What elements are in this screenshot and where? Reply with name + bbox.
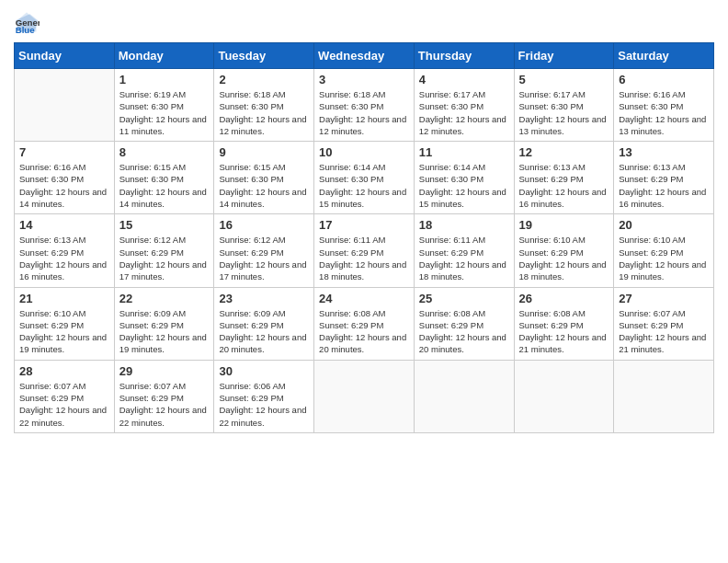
day-number: 30 xyxy=(219,364,309,378)
calendar-cell: 21Sunrise: 6:10 AMSunset: 6:29 PMDayligh… xyxy=(15,287,115,360)
calendar-cell: 22Sunrise: 6:09 AMSunset: 6:29 PMDayligh… xyxy=(114,287,214,360)
day-info: Sunrise: 6:16 AMSunset: 6:30 PMDaylight:… xyxy=(619,88,709,137)
calendar-cell: 1Sunrise: 6:19 AMSunset: 6:30 PMDaylight… xyxy=(114,69,214,142)
weekday-header: Monday xyxy=(114,43,214,69)
day-info: Sunrise: 6:08 AMSunset: 6:29 PMDaylight:… xyxy=(419,307,509,356)
day-number: 1 xyxy=(119,73,210,86)
day-info: Sunrise: 6:15 AMSunset: 6:30 PMDaylight:… xyxy=(119,161,210,210)
day-number: 27 xyxy=(619,292,709,305)
calendar-cell: 25Sunrise: 6:08 AMSunset: 6:29 PMDayligh… xyxy=(414,287,514,360)
svg-text:Blue: Blue xyxy=(16,25,35,35)
day-info: Sunrise: 6:07 AMSunset: 6:29 PMDaylight:… xyxy=(119,380,210,429)
weekday-header-row: SundayMondayTuesdayWednesdayThursdayFrid… xyxy=(15,43,714,69)
day-number: 21 xyxy=(19,292,109,305)
day-info: Sunrise: 6:10 AMSunset: 6:29 PMDaylight:… xyxy=(619,234,709,282)
day-info: Sunrise: 6:09 AMSunset: 6:29 PMDaylight:… xyxy=(219,307,309,356)
day-number: 29 xyxy=(119,364,210,378)
day-number: 11 xyxy=(419,145,509,159)
day-number: 14 xyxy=(19,218,109,232)
day-number: 25 xyxy=(419,292,509,305)
day-number: 17 xyxy=(319,218,409,232)
calendar-cell: 29Sunrise: 6:07 AMSunset: 6:29 PMDayligh… xyxy=(114,360,214,432)
day-info: Sunrise: 6:07 AMSunset: 6:29 PMDaylight:… xyxy=(619,307,709,356)
calendar-cell: 10Sunrise: 6:14 AMSunset: 6:30 PMDayligh… xyxy=(314,142,415,214)
calendar-cell: 8Sunrise: 6:15 AMSunset: 6:30 PMDaylight… xyxy=(114,142,214,214)
day-number: 8 xyxy=(119,145,210,159)
calendar-cell: 24Sunrise: 6:08 AMSunset: 6:29 PMDayligh… xyxy=(314,287,415,360)
calendar-week-row: 14Sunrise: 6:13 AMSunset: 6:29 PMDayligh… xyxy=(15,214,714,287)
day-number: 15 xyxy=(119,218,210,232)
logo-icon: General Blue xyxy=(14,9,40,35)
calendar-cell: 30Sunrise: 6:06 AMSunset: 6:29 PMDayligh… xyxy=(214,360,314,432)
calendar-cell: 7Sunrise: 6:16 AMSunset: 6:30 PMDaylight… xyxy=(15,142,115,214)
calendar-cell: 9Sunrise: 6:15 AMSunset: 6:30 PMDaylight… xyxy=(214,142,314,214)
day-number: 4 xyxy=(419,73,509,86)
day-number: 13 xyxy=(619,145,709,159)
calendar-cell xyxy=(414,360,514,432)
calendar-cell xyxy=(614,360,714,432)
day-info: Sunrise: 6:06 AMSunset: 6:29 PMDaylight:… xyxy=(219,380,309,429)
weekday-header: Sunday xyxy=(15,43,115,69)
calendar-cell: 19Sunrise: 6:10 AMSunset: 6:29 PMDayligh… xyxy=(514,214,614,287)
calendar-cell: 17Sunrise: 6:11 AMSunset: 6:29 PMDayligh… xyxy=(314,214,415,287)
day-number: 23 xyxy=(219,292,309,305)
day-number: 6 xyxy=(619,73,709,86)
calendar-cell xyxy=(15,69,115,142)
day-number: 22 xyxy=(119,292,210,305)
header: General Blue xyxy=(14,9,714,35)
day-number: 3 xyxy=(319,73,409,86)
weekday-header: Friday xyxy=(514,43,614,69)
calendar-cell: 28Sunrise: 6:07 AMSunset: 6:29 PMDayligh… xyxy=(15,360,115,432)
calendar-cell: 5Sunrise: 6:17 AMSunset: 6:30 PMDaylight… xyxy=(514,69,614,142)
day-info: Sunrise: 6:18 AMSunset: 6:30 PMDaylight:… xyxy=(319,88,409,137)
day-number: 26 xyxy=(519,292,609,305)
weekday-header: Wednesday xyxy=(314,43,415,69)
day-info: Sunrise: 6:17 AMSunset: 6:30 PMDaylight:… xyxy=(419,88,509,137)
day-number: 5 xyxy=(519,73,609,86)
logo: General Blue xyxy=(14,9,43,35)
day-info: Sunrise: 6:07 AMSunset: 6:29 PMDaylight:… xyxy=(19,380,109,429)
day-info: Sunrise: 6:15 AMSunset: 6:30 PMDaylight:… xyxy=(219,161,309,210)
day-number: 2 xyxy=(219,73,309,86)
day-number: 18 xyxy=(419,218,509,232)
day-info: Sunrise: 6:18 AMSunset: 6:30 PMDaylight:… xyxy=(219,88,309,137)
day-number: 28 xyxy=(19,364,109,378)
calendar-cell xyxy=(514,360,614,432)
day-number: 16 xyxy=(219,218,309,232)
calendar-week-row: 7Sunrise: 6:16 AMSunset: 6:30 PMDaylight… xyxy=(15,142,714,214)
day-info: Sunrise: 6:14 AMSunset: 6:30 PMDaylight:… xyxy=(319,161,409,210)
day-info: Sunrise: 6:13 AMSunset: 6:29 PMDaylight:… xyxy=(619,161,709,210)
day-info: Sunrise: 6:14 AMSunset: 6:30 PMDaylight:… xyxy=(419,161,509,210)
calendar-cell: 20Sunrise: 6:10 AMSunset: 6:29 PMDayligh… xyxy=(614,214,714,287)
calendar-cell xyxy=(314,360,415,432)
calendar-cell: 4Sunrise: 6:17 AMSunset: 6:30 PMDaylight… xyxy=(414,69,514,142)
calendar-cell: 16Sunrise: 6:12 AMSunset: 6:29 PMDayligh… xyxy=(214,214,314,287)
weekday-header: Tuesday xyxy=(214,43,314,69)
day-number: 10 xyxy=(319,145,409,159)
weekday-header: Thursday xyxy=(414,43,514,69)
weekday-header: Saturday xyxy=(614,43,714,69)
calendar-cell: 23Sunrise: 6:09 AMSunset: 6:29 PMDayligh… xyxy=(214,287,314,360)
day-number: 24 xyxy=(319,292,409,305)
day-info: Sunrise: 6:11 AMSunset: 6:29 PMDaylight:… xyxy=(319,234,409,282)
calendar-cell: 15Sunrise: 6:12 AMSunset: 6:29 PMDayligh… xyxy=(114,214,214,287)
calendar-cell: 26Sunrise: 6:08 AMSunset: 6:29 PMDayligh… xyxy=(514,287,614,360)
calendar-cell: 11Sunrise: 6:14 AMSunset: 6:30 PMDayligh… xyxy=(414,142,514,214)
day-info: Sunrise: 6:10 AMSunset: 6:29 PMDaylight:… xyxy=(519,234,609,282)
calendar-cell: 13Sunrise: 6:13 AMSunset: 6:29 PMDayligh… xyxy=(614,142,714,214)
day-info: Sunrise: 6:17 AMSunset: 6:30 PMDaylight:… xyxy=(519,88,609,137)
calendar-cell: 2Sunrise: 6:18 AMSunset: 6:30 PMDaylight… xyxy=(214,69,314,142)
day-number: 12 xyxy=(519,145,609,159)
day-info: Sunrise: 6:10 AMSunset: 6:29 PMDaylight:… xyxy=(19,307,109,356)
day-info: Sunrise: 6:13 AMSunset: 6:29 PMDaylight:… xyxy=(519,161,609,210)
calendar-cell: 3Sunrise: 6:18 AMSunset: 6:30 PMDaylight… xyxy=(314,69,415,142)
day-number: 9 xyxy=(219,145,309,159)
day-number: 20 xyxy=(619,218,709,232)
day-info: Sunrise: 6:12 AMSunset: 6:29 PMDaylight:… xyxy=(219,234,309,282)
day-info: Sunrise: 6:09 AMSunset: 6:29 PMDaylight:… xyxy=(119,307,210,356)
calendar-cell: 27Sunrise: 6:07 AMSunset: 6:29 PMDayligh… xyxy=(614,287,714,360)
calendar-week-row: 1Sunrise: 6:19 AMSunset: 6:30 PMDaylight… xyxy=(15,69,714,142)
day-info: Sunrise: 6:11 AMSunset: 6:29 PMDaylight:… xyxy=(419,234,509,282)
day-number: 7 xyxy=(19,145,109,159)
calendar-table: SundayMondayTuesdayWednesdayThursdayFrid… xyxy=(14,42,714,433)
